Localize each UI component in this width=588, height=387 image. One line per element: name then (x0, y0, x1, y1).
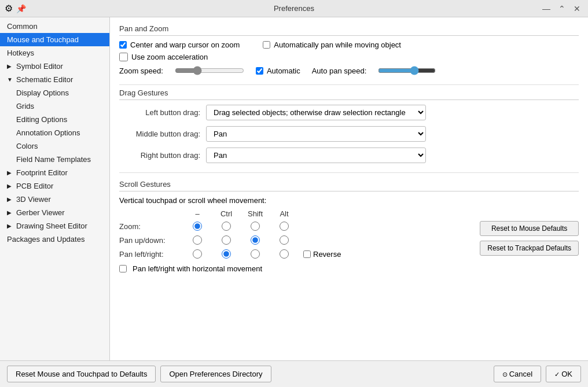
minimize-button[interactable]: — (539, 3, 553, 14)
expand-arrow-icon: ▶ (7, 183, 14, 189)
sidebar-item-symbol-editor[interactable]: ▶ Symbol Editor (0, 60, 109, 73)
panlr-radio-2[interactable] (251, 249, 260, 259)
bottom-bar: Reset Mouse and Touchpad to Defaults Ope… (0, 360, 588, 387)
scroll-table: – Ctrl Shift Alt Zoom: (119, 209, 468, 273)
zoom-radio-2[interactable] (251, 222, 260, 231)
sidebar-item-3d-viewer[interactable]: ▶ 3D Viewer (0, 193, 109, 206)
panud-radio-3[interactable] (280, 235, 289, 245)
sidebar-item-common[interactable]: Common (0, 20, 109, 33)
right-button-label: Right button drag: (119, 151, 200, 160)
left-button-drag-row: Left button drag: Drag selected objects;… (119, 105, 579, 120)
panud-radio-1[interactable] (222, 235, 231, 245)
col-ctrl: Ctrl (212, 209, 241, 218)
zoom-accel-checkbox[interactable] (119, 53, 128, 61)
reset-defaults-button[interactable]: Reset Mouse and Touchpad to Defaults (7, 366, 156, 382)
auto-pan-speed-slider[interactable] (378, 66, 436, 75)
panlr-radio-shift (241, 249, 270, 259)
sidebar-item-pcb-editor[interactable]: ▶ PCB Editor (0, 179, 109, 193)
close-button[interactable]: ✕ (571, 3, 583, 14)
expand-arrow-icon: ▶ (7, 196, 14, 202)
reset-trackpad-button[interactable]: Reset to Trackpad Defaults (480, 241, 579, 256)
panud-radio-alt (270, 235, 299, 245)
sidebar-item-label: 3D Viewer (16, 195, 51, 204)
left-button-label: Left button drag: (119, 108, 200, 117)
content-area: Pan and Zoom Center and warp cursor on z… (110, 17, 588, 360)
zoom-speed-slider[interactable] (175, 66, 244, 75)
sidebar-item-gerber-viewer[interactable]: ▶ Gerber Viewer (0, 206, 109, 219)
sidebar-item-label: Symbol Editor (16, 62, 63, 71)
maximize-button[interactable]: ⌃ (556, 3, 568, 14)
panlr-radio-0[interactable] (193, 249, 202, 259)
app-icon: ⚙ (5, 3, 13, 14)
pan-horizontal-label: Pan left/right with horizontal movement (133, 264, 262, 273)
scroll-table-area: – Ctrl Shift Alt Zoom: (119, 209, 579, 273)
middle-button-label: Middle button drag: (119, 130, 200, 138)
zoom-speed-area: Zoom speed: Automatic Auto pan speed: (119, 66, 579, 75)
zoom-radio-ctrl (212, 222, 241, 231)
panlr-radio-dash (183, 249, 212, 259)
sidebar-item-label: Gerber Viewer (16, 208, 65, 217)
zoom-accel-label: Use zoom acceleration (131, 53, 208, 61)
expand-arrow-icon: ▼ (7, 76, 14, 83)
bottom-right-buttons: ⊙Cancel ✓OK (494, 366, 581, 382)
panlr-radio-1[interactable] (222, 249, 231, 259)
auto-pan-checkbox[interactable] (263, 41, 270, 49)
open-prefs-button[interactable]: Open Preferences Directory (160, 366, 271, 382)
automatic-label: Automatic (267, 67, 300, 75)
zoom-radio-dash (183, 222, 212, 231)
zoom-radio-1[interactable] (222, 222, 231, 231)
drag-gestures-title: Drag Gestures (119, 89, 579, 100)
zoom-radio-3[interactable] (280, 222, 289, 231)
sidebar-item-footprint-editor[interactable]: ▶ Footprint Editor (0, 166, 109, 179)
sidebar-item-colors[interactable]: Colors (0, 139, 109, 153)
window-controls: — ⌃ ✕ (539, 3, 583, 14)
panud-radio-2[interactable] (251, 235, 260, 245)
bottom-left-buttons: Reset Mouse and Touchpad to Defaults Ope… (7, 366, 271, 382)
sidebar-item-hotkeys[interactable]: Hotkeys (0, 46, 109, 60)
reverse-checkbox[interactable] (303, 250, 311, 259)
right-button-select[interactable]: Pan Zoom Select (206, 148, 426, 163)
sidebar-item-packages-updates[interactable]: Packages and Updates (0, 233, 109, 246)
sidebar-item-mouse-touchpad[interactable]: Mouse and Touchpad (0, 33, 109, 46)
left-button-select[interactable]: Drag selected objects; otherwise draw se… (206, 105, 426, 120)
zoom-radio-shift (241, 222, 270, 231)
middle-button-drag-row: Middle button drag: Pan Zoom Select (119, 126, 579, 142)
panud-radio-0[interactable] (193, 235, 202, 245)
sidebar-item-annotation-options[interactable]: Annotation Options (0, 126, 109, 139)
sidebar-item-schematic-editor[interactable]: ▼ Schematic Editor (0, 73, 109, 86)
scroll-zoom-row: Zoom: (119, 222, 468, 231)
auto-pan-label: Automatically pan while moving object (274, 40, 401, 49)
scroll-buttons: Reset to Mouse Defaults Reset to Trackpa… (480, 221, 579, 256)
panlr-radio-3[interactable] (280, 249, 289, 259)
scroll-gestures-section: Scroll Gestures Vertical touchpad or scr… (119, 180, 579, 273)
sidebar-item-display-options[interactable]: Display Options (0, 86, 109, 99)
zoom-radio-0[interactable] (193, 222, 202, 231)
scroll-zoom-label: Zoom: (119, 222, 183, 231)
auto-pan-pair: Automatically pan while moving object (263, 40, 401, 49)
titlebar: ⚙ 📌 Preferences — ⌃ ✕ (0, 0, 588, 17)
reverse-pair: Reverse (303, 250, 341, 259)
ok-button[interactable]: ✓OK (546, 366, 581, 382)
cancel-button[interactable]: ⊙Cancel (494, 366, 541, 382)
sidebar-item-editing-options[interactable]: Editing Options (0, 113, 109, 126)
automatic-checkbox[interactable] (256, 67, 263, 75)
sidebar-item-field-name-templates[interactable]: Field Name Templates (0, 153, 109, 166)
sidebar-item-grids[interactable]: Grids (0, 99, 109, 113)
sidebar: Common Mouse and Touchpad Hotkeys ▶ Symb… (0, 17, 110, 360)
separator-2 (119, 172, 579, 173)
reset-mouse-button[interactable]: Reset to Mouse Defaults (480, 221, 579, 236)
drag-gestures-section: Drag Gestures Left button drag: Drag sel… (119, 89, 579, 163)
pan-horizontal-checkbox[interactable] (119, 265, 127, 272)
ok-icon: ✓ (554, 371, 560, 378)
sidebar-item-label: Mouse and Touchpad (7, 35, 79, 44)
col-dash: – (183, 209, 212, 218)
vertical-label: Vertical touchpad or scroll wheel moveme… (119, 196, 579, 205)
pan-zoom-title: Pan and Zoom (119, 24, 579, 36)
sidebar-item-drawing-sheet-editor[interactable]: ▶ Drawing Sheet Editor (0, 219, 109, 233)
window-title: Preferences (274, 4, 314, 13)
center-warp-checkbox[interactable] (119, 41, 127, 49)
automatic-pair: Automatic (256, 67, 300, 75)
center-warp-pair: Center and warp cursor on zoom (119, 40, 240, 49)
scroll-panud-label: Pan up/down: (119, 236, 183, 245)
middle-button-select[interactable]: Pan Zoom Select (206, 126, 426, 142)
